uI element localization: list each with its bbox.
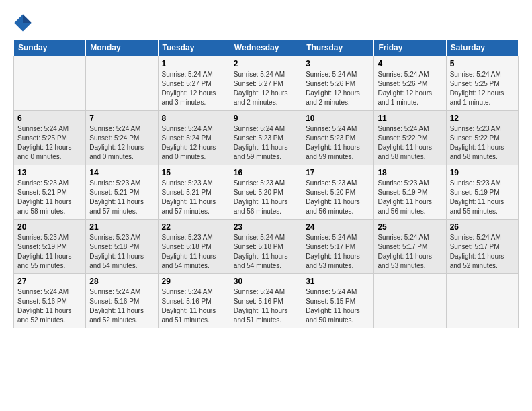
day-info: Sunrise: 5:24 AM Sunset: 5:16 PM Dayligh… — [89, 287, 154, 325]
day-info: Sunrise: 5:23 AM Sunset: 5:19 PM Dayligh… — [450, 179, 515, 216]
day-number: 25 — [378, 222, 442, 232]
day-number: 20 — [17, 222, 82, 232]
calendar-cell: 22Sunrise: 5:23 AM Sunset: 5:18 PM Dayli… — [158, 220, 230, 274]
day-info: Sunrise: 5:24 AM Sunset: 5:24 PM Dayligh… — [162, 124, 226, 162]
day-header-monday: Monday — [86, 40, 158, 56]
day-number: 4 — [378, 59, 442, 68]
calendar-cell — [374, 274, 446, 328]
day-number: 30 — [234, 277, 298, 286]
day-info: Sunrise: 5:24 AM Sunset: 5:25 PM Dayligh… — [450, 70, 515, 107]
calendar-cell: 19Sunrise: 5:23 AM Sunset: 5:19 PM Dayli… — [446, 165, 518, 220]
day-info: Sunrise: 5:24 AM Sunset: 5:26 PM Dayligh… — [378, 70, 442, 107]
day-header-wednesday: Wednesday — [230, 40, 302, 56]
day-header-friday: Friday — [374, 40, 446, 56]
day-info: Sunrise: 5:24 AM Sunset: 5:22 PM Dayligh… — [378, 124, 442, 162]
calendar-cell: 18Sunrise: 5:23 AM Sunset: 5:19 PM Dayli… — [374, 165, 446, 220]
day-info: Sunrise: 5:23 AM Sunset: 5:21 PM Dayligh… — [89, 179, 154, 216]
calendar-cell: 14Sunrise: 5:23 AM Sunset: 5:21 PM Dayli… — [86, 165, 158, 220]
calendar-cell: 4Sunrise: 5:24 AM Sunset: 5:26 PM Daylig… — [374, 56, 446, 111]
calendar-cell: 3Sunrise: 5:24 AM Sunset: 5:26 PM Daylig… — [302, 56, 374, 111]
calendar-cell: 6Sunrise: 5:24 AM Sunset: 5:25 PM Daylig… — [14, 111, 86, 165]
day-info: Sunrise: 5:24 AM Sunset: 5:17 PM Dayligh… — [378, 233, 442, 271]
page-header — [13, 13, 519, 32]
day-info: Sunrise: 5:23 AM Sunset: 5:20 PM Dayligh… — [306, 179, 370, 216]
calendar-cell: 28Sunrise: 5:24 AM Sunset: 5:16 PM Dayli… — [86, 274, 158, 328]
calendar-cell — [86, 56, 158, 111]
day-number: 10 — [306, 113, 370, 123]
calendar-week-row: 1Sunrise: 5:24 AM Sunset: 5:27 PM Daylig… — [14, 56, 519, 111]
day-info: Sunrise: 5:24 AM Sunset: 5:23 PM Dayligh… — [234, 124, 298, 162]
calendar-cell: 29Sunrise: 5:24 AM Sunset: 5:16 PM Dayli… — [158, 274, 230, 328]
calendar-week-row: 6Sunrise: 5:24 AM Sunset: 5:25 PM Daylig… — [14, 111, 519, 165]
day-number: 16 — [234, 168, 298, 177]
calendar-cell: 20Sunrise: 5:23 AM Sunset: 5:19 PM Dayli… — [14, 220, 86, 274]
day-number: 12 — [450, 113, 515, 123]
day-header-saturday: Saturday — [446, 40, 518, 56]
calendar-cell — [446, 274, 518, 328]
calendar-cell: 25Sunrise: 5:24 AM Sunset: 5:17 PM Dayli… — [374, 220, 446, 274]
day-number: 6 — [17, 113, 82, 123]
day-number: 1 — [162, 59, 226, 68]
day-info: Sunrise: 5:24 AM Sunset: 5:16 PM Dayligh… — [234, 287, 298, 325]
day-info: Sunrise: 5:24 AM Sunset: 5:23 PM Dayligh… — [306, 124, 370, 162]
day-number: 29 — [162, 277, 226, 286]
calendar-cell: 5Sunrise: 5:24 AM Sunset: 5:25 PM Daylig… — [446, 56, 518, 111]
day-number: 8 — [162, 113, 226, 123]
day-number: 27 — [17, 277, 82, 286]
calendar-cell: 2Sunrise: 5:24 AM Sunset: 5:27 PM Daylig… — [230, 56, 302, 111]
day-number: 11 — [378, 113, 442, 123]
calendar-cell: 30Sunrise: 5:24 AM Sunset: 5:16 PM Dayli… — [230, 274, 302, 328]
svg-marker-1 — [23, 14, 32, 23]
day-number: 3 — [306, 59, 370, 68]
day-info: Sunrise: 5:24 AM Sunset: 5:27 PM Dayligh… — [162, 70, 226, 107]
day-info: Sunrise: 5:23 AM Sunset: 5:19 PM Dayligh… — [17, 233, 82, 271]
day-info: Sunrise: 5:24 AM Sunset: 5:18 PM Dayligh… — [234, 233, 298, 271]
day-info: Sunrise: 5:24 AM Sunset: 5:25 PM Dayligh… — [17, 124, 82, 162]
day-info: Sunrise: 5:24 AM Sunset: 5:16 PM Dayligh… — [17, 287, 82, 325]
day-number: 14 — [89, 168, 154, 177]
day-number: 21 — [89, 222, 154, 232]
logo — [13, 13, 35, 32]
day-header-thursday: Thursday — [302, 40, 374, 56]
day-number: 26 — [450, 222, 515, 232]
day-number: 24 — [306, 222, 370, 232]
calendar-table: SundayMondayTuesdayWednesdayThursdayFrid… — [13, 39, 519, 328]
day-info: Sunrise: 5:24 AM Sunset: 5:17 PM Dayligh… — [450, 233, 515, 271]
day-info: Sunrise: 5:24 AM Sunset: 5:17 PM Dayligh… — [306, 233, 370, 271]
day-number: 31 — [306, 277, 370, 286]
calendar-cell: 1Sunrise: 5:24 AM Sunset: 5:27 PM Daylig… — [158, 56, 230, 111]
day-info: Sunrise: 5:24 AM Sunset: 5:26 PM Dayligh… — [306, 70, 370, 107]
day-info: Sunrise: 5:23 AM Sunset: 5:21 PM Dayligh… — [17, 179, 82, 216]
day-number: 23 — [234, 222, 298, 232]
calendar-cell: 31Sunrise: 5:24 AM Sunset: 5:15 PM Dayli… — [302, 274, 374, 328]
day-header-sunday: Sunday — [14, 40, 86, 56]
calendar-cell: 15Sunrise: 5:23 AM Sunset: 5:21 PM Dayli… — [158, 165, 230, 220]
day-number: 28 — [89, 277, 154, 286]
calendar-cell: 17Sunrise: 5:23 AM Sunset: 5:20 PM Dayli… — [302, 165, 374, 220]
calendar-week-row: 20Sunrise: 5:23 AM Sunset: 5:19 PM Dayli… — [14, 220, 519, 274]
day-info: Sunrise: 5:23 AM Sunset: 5:18 PM Dayligh… — [89, 233, 154, 271]
calendar-cell: 9Sunrise: 5:24 AM Sunset: 5:23 PM Daylig… — [230, 111, 302, 165]
calendar-cell — [14, 56, 86, 111]
day-number: 9 — [234, 113, 298, 123]
day-number: 18 — [378, 168, 442, 177]
calendar-cell: 24Sunrise: 5:24 AM Sunset: 5:17 PM Dayli… — [302, 220, 374, 274]
day-number: 2 — [234, 59, 298, 68]
calendar-cell: 11Sunrise: 5:24 AM Sunset: 5:22 PM Dayli… — [374, 111, 446, 165]
calendar-cell: 8Sunrise: 5:24 AM Sunset: 5:24 PM Daylig… — [158, 111, 230, 165]
day-info: Sunrise: 5:23 AM Sunset: 5:20 PM Dayligh… — [234, 179, 298, 216]
day-number: 7 — [89, 113, 154, 123]
calendar-cell: 7Sunrise: 5:24 AM Sunset: 5:24 PM Daylig… — [86, 111, 158, 165]
day-number: 5 — [450, 59, 515, 68]
calendar-week-row: 13Sunrise: 5:23 AM Sunset: 5:21 PM Dayli… — [14, 165, 519, 220]
calendar-cell: 13Sunrise: 5:23 AM Sunset: 5:21 PM Dayli… — [14, 165, 86, 220]
day-info: Sunrise: 5:23 AM Sunset: 5:22 PM Dayligh… — [450, 124, 515, 162]
day-number: 13 — [17, 168, 82, 177]
day-info: Sunrise: 5:23 AM Sunset: 5:19 PM Dayligh… — [378, 179, 442, 216]
calendar-week-row: 27Sunrise: 5:24 AM Sunset: 5:16 PM Dayli… — [14, 274, 519, 328]
day-info: Sunrise: 5:23 AM Sunset: 5:21 PM Dayligh… — [162, 179, 226, 216]
day-info: Sunrise: 5:24 AM Sunset: 5:24 PM Dayligh… — [89, 124, 154, 162]
day-number: 22 — [162, 222, 226, 232]
day-header-tuesday: Tuesday — [158, 40, 230, 56]
day-info: Sunrise: 5:23 AM Sunset: 5:18 PM Dayligh… — [162, 233, 226, 271]
